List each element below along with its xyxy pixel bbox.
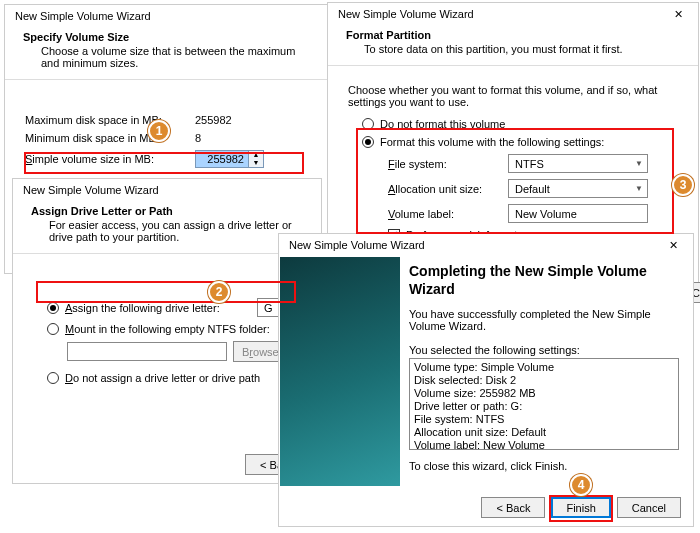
callout-badge-3: 3 bbox=[672, 174, 694, 196]
titlebar[interactable]: New Simple Volume Wizard bbox=[5, 5, 327, 27]
vl-value: New Volume bbox=[515, 208, 577, 220]
list-item: Volume label: New Volume bbox=[414, 439, 674, 450]
format-label: Format this volume with the following se… bbox=[380, 136, 604, 148]
size-input[interactable] bbox=[196, 151, 248, 167]
dialog-completing: New Simple Volume Wizard ✕ Completing th… bbox=[278, 233, 694, 527]
radio-no-format[interactable] bbox=[362, 118, 374, 130]
back-button[interactable]: < Back bbox=[481, 497, 545, 518]
spin-down-icon[interactable]: ▼ bbox=[249, 159, 263, 167]
settings-label: You selected the following settings: bbox=[409, 344, 679, 356]
list-item: File system: NTFS bbox=[414, 413, 674, 426]
fs-select[interactable]: NTFS▼ bbox=[508, 154, 648, 173]
heading: Assign Drive Letter or Path bbox=[31, 205, 303, 217]
heading: Format Partition bbox=[346, 29, 680, 41]
list-item: Volume size: 255982 MB bbox=[414, 387, 674, 400]
window-title: New Simple Volume Wizard bbox=[15, 10, 151, 22]
subheading: To store data on this partition, you mus… bbox=[346, 43, 680, 55]
window-title: New Simple Volume Wizard bbox=[23, 184, 159, 196]
settings-summary[interactable]: Volume type: Simple Volume Disk selected… bbox=[409, 358, 679, 450]
heading: Specify Volume Size bbox=[23, 31, 309, 43]
titlebar[interactable]: New Simple Volume Wizard ✕ bbox=[328, 3, 698, 25]
titlebar[interactable]: New Simple Volume Wizard bbox=[13, 179, 321, 201]
list-item: Disk selected: Disk 2 bbox=[414, 374, 674, 387]
size-spinner[interactable]: ▲ ▼ bbox=[195, 150, 264, 168]
list-item: Volume type: Simple Volume bbox=[414, 361, 674, 374]
mount-path-input[interactable] bbox=[67, 342, 227, 361]
window-title: New Simple Volume Wizard bbox=[289, 239, 425, 251]
format-prompt: Choose whether you want to format this v… bbox=[348, 84, 678, 108]
size-label: SSimple volume size in MB:imple volume s… bbox=[25, 153, 195, 165]
radio-no-assign[interactable] bbox=[47, 372, 59, 384]
list-item: Drive letter or path: G: bbox=[414, 400, 674, 413]
finish-button[interactable]: Finish bbox=[551, 497, 610, 518]
no-assign-label: Do not assign a drive letter or drive pa… bbox=[65, 372, 260, 384]
min-space-value: 8 bbox=[195, 132, 201, 144]
spin-up-icon[interactable]: ▲ bbox=[249, 151, 263, 159]
vl-label: Volume label: bbox=[388, 208, 508, 220]
chevron-down-icon: ▼ bbox=[635, 184, 643, 193]
max-space-label: Maximum disk space in MB: bbox=[25, 114, 195, 126]
au-select[interactable]: Default▼ bbox=[508, 179, 648, 198]
radio-format[interactable] bbox=[362, 136, 374, 148]
list-item: Allocation unit size: Default bbox=[414, 426, 674, 439]
close-message: To close this wizard, click Finish. bbox=[409, 460, 679, 472]
close-icon[interactable]: ✕ bbox=[660, 4, 696, 24]
mount-label: Mount in the following empty NTFS folder… bbox=[65, 323, 270, 335]
dialog-assign-letter: New Simple Volume Wizard Assign Drive Le… bbox=[12, 178, 322, 484]
callout-badge-2: 2 bbox=[208, 281, 230, 303]
assign-letter-label: Assign the following drive letter: bbox=[65, 302, 243, 314]
au-label: Allocation unit size: bbox=[388, 183, 508, 195]
fs-label: File system: bbox=[388, 158, 508, 170]
radio-mount[interactable] bbox=[47, 323, 59, 335]
subheading: For easier access, you can assign a driv… bbox=[31, 219, 303, 243]
callout-badge-1: 1 bbox=[148, 120, 170, 142]
cancel-button[interactable]: Cancel bbox=[617, 497, 681, 518]
wizard-side-panel bbox=[280, 257, 400, 486]
no-format-label: Do not format this volume bbox=[380, 118, 505, 130]
titlebar[interactable]: New Simple Volume Wizard ✕ bbox=[279, 234, 693, 256]
radio-assign-letter[interactable] bbox=[47, 302, 59, 314]
au-value: Default bbox=[515, 183, 550, 195]
success-message: You have successfully completed the New … bbox=[409, 308, 679, 332]
close-icon[interactable]: ✕ bbox=[655, 235, 691, 255]
subheading: Choose a volume size that is between the… bbox=[23, 45, 309, 69]
callout-badge-4: 4 bbox=[570, 474, 592, 496]
volume-label-input[interactable]: New Volume bbox=[508, 204, 648, 223]
heading: Completing the New Simple Volume Wizard bbox=[409, 262, 679, 298]
window-title: New Simple Volume Wizard bbox=[338, 8, 474, 20]
drive-letter-value: G bbox=[264, 302, 273, 314]
fs-value: NTFS bbox=[515, 158, 544, 170]
chevron-down-icon: ▼ bbox=[635, 159, 643, 168]
max-space-value: 255982 bbox=[195, 114, 232, 126]
